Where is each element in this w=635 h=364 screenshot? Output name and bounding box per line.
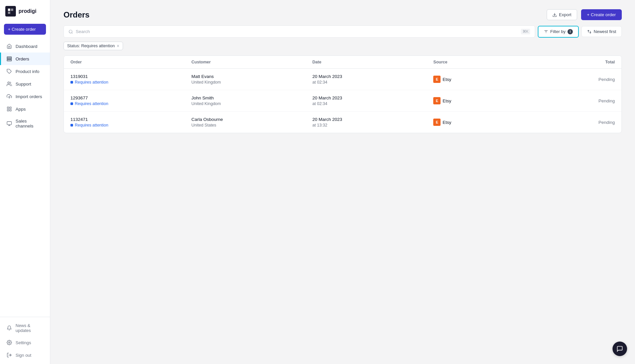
sidebar-item-label: Orders [16, 56, 29, 61]
date-cell-2: 20 March 2023 at 13:32 [313, 117, 434, 127]
users-icon [6, 81, 12, 87]
order-status: Requires attention [70, 101, 191, 106]
date-time: at 02:34 [313, 80, 434, 85]
sidebar-item-sign-out[interactable]: Sign out [0, 349, 50, 361]
svg-point-19 [69, 30, 72, 33]
filter-icon [544, 29, 548, 34]
sidebar-item-label: Sign out [16, 353, 31, 358]
col-header-customer: Customer [191, 60, 313, 64]
svg-rect-5 [7, 60, 11, 61]
col-header-total: Total [554, 60, 615, 64]
filter-by-button[interactable]: Filter by i [538, 26, 579, 38]
customer-country: United Kingdom [191, 101, 313, 106]
svg-rect-10 [10, 107, 11, 109]
svg-rect-12 [7, 109, 9, 111]
sort-button[interactable]: Newest first [581, 26, 622, 37]
grid-icon [6, 106, 12, 112]
main-area: Orders Export + Create order ⌘ [50, 0, 635, 364]
order-status: Requires attention [70, 80, 191, 85]
order-status: Requires attention [70, 123, 191, 127]
sidebar-item-label: Import orders [16, 94, 42, 99]
total-cell-0: Pending [554, 77, 615, 82]
tag-icon [6, 68, 12, 74]
total-cell-2: Pending [554, 120, 615, 125]
customer-name: Carla Osbourne [191, 117, 313, 122]
source-cell-2: E Etsy [433, 119, 554, 126]
sort-icon [587, 29, 592, 34]
sidebar-item-apps[interactable]: Apps [0, 103, 50, 115]
order-cell-1: 1293677 Requires attention [70, 95, 191, 106]
header-create-order-button[interactable]: + Create order [581, 9, 622, 20]
export-button[interactable]: Export [547, 9, 577, 20]
sidebar-item-label: Apps [16, 107, 26, 112]
svg-point-7 [8, 82, 9, 84]
etsy-badge: E [433, 76, 441, 83]
table-row[interactable]: 1319031 Requires attention Matt Evans Un… [64, 69, 621, 90]
source-name: Etsy [443, 77, 451, 82]
customer-cell-0: Matt Evans United Kingdom [191, 74, 313, 85]
sidebar-item-label: Support [16, 82, 31, 87]
sidebar-item-dashboard[interactable]: Dashboard [0, 40, 50, 53]
table-row[interactable]: 1293677 Requires attention John Smith Un… [64, 90, 621, 112]
svg-rect-1 [11, 9, 13, 11]
sidebar-item-support[interactable]: Support [0, 78, 50, 90]
filter-tag-remove-button[interactable]: × [117, 44, 119, 48]
sidebar: prodigi + Create order Dashboard O [0, 0, 50, 364]
svg-rect-4 [7, 58, 11, 59]
date-cell-0: 20 March 2023 at 02:34 [313, 74, 434, 85]
logo-icon [5, 6, 16, 17]
sidebar-item-sales-channels[interactable]: Sales channels [0, 115, 50, 132]
order-id: 1293677 [70, 95, 191, 100]
svg-line-20 [72, 32, 73, 33]
search-input[interactable] [76, 29, 518, 34]
status-dot [70, 124, 73, 127]
gear-icon [6, 340, 12, 346]
sidebar-item-import-orders[interactable]: Import orders [0, 90, 50, 103]
col-header-order: Order [70, 60, 191, 64]
filter-tags-row: Status: Requires attention × [64, 42, 622, 50]
date-time: at 13:32 [313, 123, 434, 127]
table-header: Order Customer Date Source Total [64, 56, 621, 69]
order-cell-0: 1319031 Requires attention [70, 74, 191, 85]
export-icon [552, 13, 557, 17]
bell-icon [6, 325, 12, 331]
customer-name: Matt Evans [191, 74, 313, 79]
date-cell-1: 20 March 2023 at 02:34 [313, 95, 434, 106]
chat-bubble-button[interactable] [613, 342, 627, 356]
customer-country: United Kingdom [191, 80, 313, 85]
etsy-badge: E [433, 97, 441, 104]
customer-cell-2: Carla Osbourne United States [191, 117, 313, 127]
header-actions: Export + Create order [547, 9, 622, 20]
order-cell-2: 1132471 Requires attention [70, 117, 191, 127]
home-icon [6, 43, 12, 49]
date-main: 20 March 2023 [313, 117, 434, 122]
nav-section: Dashboard Orders Product info [0, 40, 50, 317]
search-icon [68, 29, 73, 34]
orders-table: Order Customer Date Source Total 1319031… [64, 55, 622, 133]
source-cell-1: E Etsy [433, 97, 554, 104]
active-filter-tag-0[interactable]: Status: Requires attention × [64, 42, 123, 50]
search-shortcut: ⌘K [521, 29, 530, 34]
sidebar-item-label: Sales channels [16, 119, 45, 128]
sidebar-item-settings[interactable]: Settings [0, 336, 50, 349]
customer-name: John Smith [191, 95, 313, 100]
sidebar-item-news-updates[interactable]: News & updates [0, 320, 50, 336]
channel-icon [6, 121, 12, 127]
status-dot [70, 102, 73, 105]
source-cell-0: E Etsy [433, 76, 554, 83]
date-time: at 02:34 [313, 101, 434, 106]
svg-rect-2 [8, 12, 10, 14]
logo-area: prodigi [0, 0, 50, 22]
date-main: 20 March 2023 [313, 95, 434, 100]
sidebar-create-order-button[interactable]: + Create order [4, 24, 46, 35]
table-row[interactable]: 1132471 Requires attention Carla Osbourn… [64, 112, 621, 133]
col-header-source: Source [433, 60, 554, 64]
main-header: Orders Export + Create order [50, 0, 635, 25]
sidebar-item-product-info[interactable]: Product info [0, 65, 50, 78]
sidebar-item-orders[interactable]: Orders [0, 53, 50, 65]
sidebar-item-label: Dashboard [16, 44, 37, 49]
signout-icon [6, 352, 12, 358]
source-name: Etsy [443, 120, 451, 125]
sidebar-bottom: News & updates Settings Sign out [0, 317, 50, 364]
status-dot [70, 81, 73, 84]
